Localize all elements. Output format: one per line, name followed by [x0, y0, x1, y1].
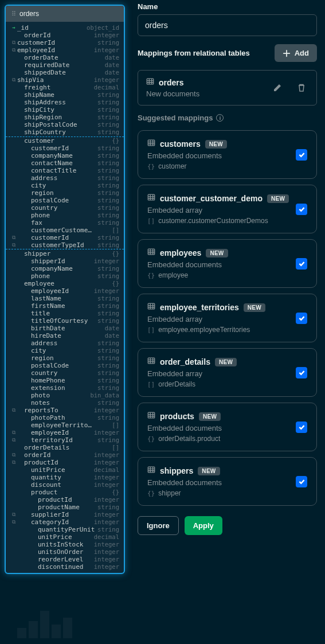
schema-field[interactable]: firstNamestring: [6, 302, 124, 310]
schema-field[interactable]: requiredDatedate: [6, 61, 124, 69]
schema-field[interactable]: contactTitlestring: [6, 167, 124, 174]
schema-field[interactable]: shipPostalCodestring: [6, 121, 124, 128]
suggestion-checkbox[interactable]: [296, 258, 307, 270]
schema-field[interactable]: shipCountrystring: [6, 128, 124, 136]
schema-field[interactable]: productIdinteger: [6, 496, 124, 504]
schema-field[interactable]: customer{}: [6, 137, 124, 145]
schema-field[interactable]: ⧉categoryIdinteger: [6, 518, 124, 526]
schema-field[interactable]: notesstring: [6, 399, 124, 407]
suggestion-checkbox[interactable]: [296, 476, 307, 487]
suggestion-checkbox[interactable]: [296, 313, 307, 324]
schema-field[interactable]: freightdecimal: [6, 84, 124, 91]
schema-field[interactable]: regionstring: [6, 189, 124, 197]
delete-button[interactable]: [295, 81, 308, 95]
schema-field[interactable]: regionstring: [6, 354, 124, 362]
schema-field[interactable]: discontinuedinteger: [6, 563, 124, 571]
schema-field[interactable]: photoPathstring: [6, 414, 124, 421]
schema-field[interactable]: photobin_data: [6, 392, 124, 399]
schema-field[interactable]: birthDatedate: [6, 325, 124, 332]
name-input[interactable]: [138, 14, 317, 36]
schema-field[interactable]: homePhonestring: [6, 377, 124, 384]
suggestion-checkbox[interactable]: [296, 421, 307, 433]
schema-field[interactable]: ⧉territoryIdstring: [6, 436, 124, 444]
info-icon[interactable]: i: [216, 114, 224, 122]
schema-field[interactable]: orderDetails[]: [6, 444, 124, 451]
schema-field[interactable]: shipAddressstring: [6, 99, 124, 106]
field-type: string: [97, 265, 119, 272]
schema-field[interactable]: shipNamestring: [6, 91, 124, 99]
schema-field[interactable]: addressstring: [6, 174, 124, 182]
schema-field[interactable]: orderIdinteger: [6, 32, 124, 39]
schema-field[interactable]: ⧉supplierIdinteger: [6, 511, 124, 518]
schema-field[interactable]: ⧉employeeIdinteger: [6, 429, 124, 436]
schema-field[interactable]: ⊸_idobject_id: [6, 24, 124, 32]
field-type: string: [97, 234, 119, 241]
suggestion-checkbox[interactable]: [296, 367, 307, 378]
schema-field[interactable]: companyNamestring: [6, 152, 124, 159]
schema-field[interactable]: contactNamestring: [6, 159, 124, 167]
schema-field[interactable]: shippedDatedate: [6, 69, 124, 76]
schema-field[interactable]: ⧉employeeIdinteger: [6, 46, 124, 54]
schema-field[interactable]: countrystring: [6, 204, 124, 212]
edit-button[interactable]: [271, 81, 284, 95]
suggestion-checkbox[interactable]: [296, 204, 307, 215]
path-type-icon: []: [147, 381, 155, 388]
schema-field[interactable]: companyNamestring: [6, 265, 124, 272]
add-button[interactable]: Add: [275, 44, 317, 62]
apply-button[interactable]: Apply: [185, 516, 222, 535]
schema-field[interactable]: employeeIdinteger: [6, 287, 124, 295]
schema-field[interactable]: phonestring: [6, 212, 124, 219]
schema-field[interactable]: discountinteger: [6, 481, 124, 489]
schema-field[interactable]: faxstring: [6, 219, 124, 227]
schema-field[interactable]: ⧉reportsTointeger: [6, 407, 124, 414]
schema-field[interactable]: unitsInStockinteger: [6, 541, 124, 548]
schema-field[interactable]: titleOfCourtesystring: [6, 317, 124, 325]
schema-field[interactable]: customerCustome…[]: [6, 227, 124, 234]
schema-field[interactable]: ⧉customerTypeIdstring: [6, 241, 124, 249]
field-name: orderId: [17, 451, 94, 459]
check-icon: [298, 369, 306, 376]
schema-field[interactable]: shipCitystring: [6, 106, 124, 114]
schema-field[interactable]: shipper{}: [6, 250, 124, 257]
schema-field[interactable]: ⧉shipViainteger: [6, 76, 124, 84]
schema-field[interactable]: ⧉customerIdstring: [6, 234, 124, 241]
schema-field[interactable]: phonestring: [6, 272, 124, 280]
schema-field[interactable]: extensionstring: [6, 384, 124, 392]
schema-field[interactable]: quantityinteger: [6, 474, 124, 481]
schema-field[interactable]: productNamestring: [6, 504, 124, 511]
schema-field[interactable]: unitPricedecimal: [6, 533, 124, 541]
schema-field[interactable]: ⧉customerIdstring: [6, 39, 124, 46]
schema-field[interactable]: quantityPerUnitstring: [6, 526, 124, 533]
check-icon: [298, 423, 306, 431]
schema-field[interactable]: unitsOnOrderinteger: [6, 548, 124, 556]
suggestion-checkbox[interactable]: [296, 149, 307, 161]
schema-field[interactable]: ⧉orderIdinteger: [6, 451, 124, 459]
schema-field[interactable]: product{}: [6, 489, 124, 496]
schema-field[interactable]: countrystring: [6, 369, 124, 377]
table-icon: [147, 357, 155, 367]
schema-field[interactable]: employee{}: [6, 280, 124, 287]
schema-field[interactable]: addressstring: [6, 339, 124, 347]
schema-field[interactable]: shipperIdinteger: [6, 257, 124, 265]
svg-rect-0: [17, 628, 26, 638]
schema-field[interactable]: citystring: [6, 347, 124, 354]
schema-header[interactable]: ⠿ orders: [6, 6, 124, 22]
schema-field[interactable]: lastNamestring: [6, 295, 124, 302]
schema-field[interactable]: ⧉productIdinteger: [6, 459, 124, 466]
field-name: supplierId: [17, 511, 94, 518]
schema-field[interactable]: postalCodestring: [6, 197, 124, 204]
schema-field[interactable]: orderDatedate: [6, 54, 124, 61]
ignore-button[interactable]: Ignore: [138, 516, 179, 535]
check-icon: [298, 151, 306, 158]
schema-field[interactable]: citystring: [6, 182, 124, 189]
schema-field[interactable]: employeeTerrito…[]: [6, 421, 124, 429]
schema-field[interactable]: hireDatedate: [6, 332, 124, 339]
schema-field[interactable]: shipRegionstring: [6, 114, 124, 121]
schema-field[interactable]: customerIdstring: [6, 145, 124, 152]
schema-field[interactable]: reorderLevelinteger: [6, 556, 124, 563]
schema-field[interactable]: titlestring: [6, 310, 124, 317]
field-type: integer: [94, 541, 119, 548]
schema-field[interactable]: unitPricedecimal: [6, 466, 124, 474]
schema-field[interactable]: postalCodestring: [6, 362, 124, 369]
background-decoration: [11, 605, 92, 639]
